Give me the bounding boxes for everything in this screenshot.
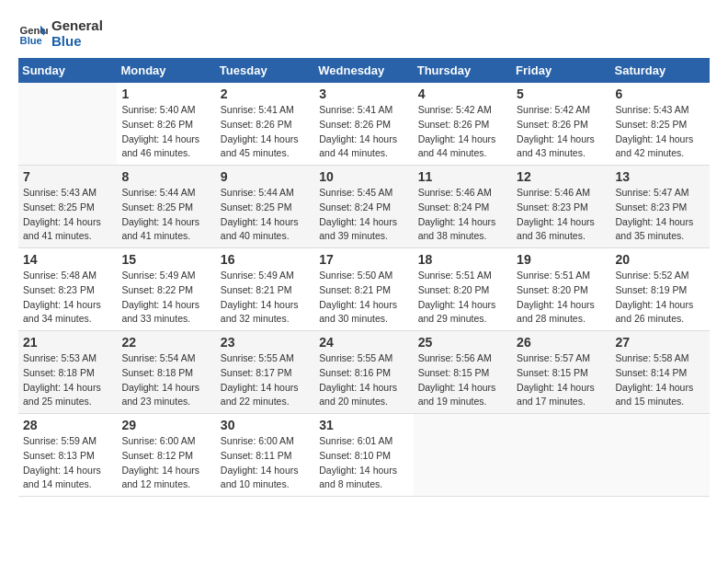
day-number: 14: [23, 252, 112, 267]
calendar-cell: 5Sunrise: 5:42 AMSunset: 8:26 PMDaylight…: [512, 83, 610, 166]
calendar-cell: 24Sunrise: 5:55 AMSunset: 8:16 PMDayligh…: [314, 331, 413, 414]
day-info: Sunrise: 5:51 AMSunset: 8:20 PMDaylight:…: [418, 269, 507, 327]
day-number: 26: [517, 335, 606, 350]
logo-text-blue: Blue: [51, 34, 103, 50]
calendar-cell: 26Sunrise: 5:57 AMSunset: 8:15 PMDayligh…: [512, 331, 610, 414]
calendar-cell: 23Sunrise: 5:55 AMSunset: 8:17 PMDayligh…: [216, 331, 314, 414]
day-number: 11: [418, 169, 507, 184]
calendar-cell: 31Sunrise: 6:01 AMSunset: 8:10 PMDayligh…: [314, 414, 413, 497]
weekday-header-wednesday: Wednesday: [314, 58, 413, 83]
day-number: 13: [616, 169, 705, 184]
calendar-cell: [512, 414, 610, 497]
day-number: 8: [121, 169, 210, 184]
calendar-cell: 28Sunrise: 5:59 AMSunset: 8:13 PMDayligh…: [18, 414, 117, 497]
calendar-cell: 30Sunrise: 6:00 AMSunset: 8:11 PMDayligh…: [216, 414, 314, 497]
calendar-cell: 29Sunrise: 6:00 AMSunset: 8:12 PMDayligh…: [117, 414, 215, 497]
weekday-header-saturday: Saturday: [611, 58, 710, 83]
week-row-1: 1Sunrise: 5:40 AMSunset: 8:26 PMDaylight…: [18, 83, 710, 166]
day-info: Sunrise: 5:42 AMSunset: 8:26 PMDaylight:…: [418, 103, 507, 161]
weekday-header-sunday: Sunday: [18, 58, 117, 83]
calendar-cell: 16Sunrise: 5:49 AMSunset: 8:21 PMDayligh…: [216, 248, 314, 331]
weekday-header-row: SundayMondayTuesdayWednesdayThursdayFrid…: [18, 58, 710, 83]
calendar-cell: 10Sunrise: 5:45 AMSunset: 8:24 PMDayligh…: [314, 166, 413, 248]
day-info: Sunrise: 5:49 AMSunset: 8:22 PMDaylight:…: [121, 269, 210, 327]
calendar-cell: [414, 414, 512, 497]
day-number: 2: [221, 86, 310, 101]
calendar-cell: 18Sunrise: 5:51 AMSunset: 8:20 PMDayligh…: [414, 248, 512, 331]
day-info: Sunrise: 5:49 AMSunset: 8:21 PMDaylight:…: [221, 269, 310, 327]
day-info: Sunrise: 5:41 AMSunset: 8:26 PMDaylight:…: [319, 103, 408, 161]
day-number: 7: [23, 169, 112, 184]
calendar-cell: 14Sunrise: 5:48 AMSunset: 8:23 PMDayligh…: [18, 248, 117, 331]
calendar-cell: 3Sunrise: 5:41 AMSunset: 8:26 PMDaylight…: [314, 83, 413, 166]
day-info: Sunrise: 5:48 AMSunset: 8:23 PMDaylight:…: [23, 269, 112, 327]
day-number: 15: [121, 252, 210, 267]
day-info: Sunrise: 5:46 AMSunset: 8:23 PMDaylight:…: [517, 186, 606, 244]
logo-text-general: General: [51, 18, 103, 34]
day-info: Sunrise: 5:59 AMSunset: 8:13 PMDaylight:…: [23, 434, 112, 492]
logo: General Blue General Blue: [18, 18, 103, 49]
calendar-cell: 22Sunrise: 5:54 AMSunset: 8:18 PMDayligh…: [117, 331, 215, 414]
calendar-cell: 21Sunrise: 5:53 AMSunset: 8:18 PMDayligh…: [18, 331, 117, 414]
day-info: Sunrise: 6:01 AMSunset: 8:10 PMDaylight:…: [319, 434, 408, 492]
day-number: 20: [616, 252, 705, 267]
day-number: 3: [319, 86, 408, 101]
day-number: 23: [221, 335, 310, 350]
day-info: Sunrise: 5:58 AMSunset: 8:14 PMDaylight:…: [616, 351, 705, 409]
day-info: Sunrise: 5:46 AMSunset: 8:24 PMDaylight:…: [418, 186, 507, 244]
day-info: Sunrise: 5:51 AMSunset: 8:20 PMDaylight:…: [517, 269, 606, 327]
day-number: 9: [221, 169, 310, 184]
day-info: Sunrise: 5:50 AMSunset: 8:21 PMDaylight:…: [319, 269, 408, 327]
calendar-cell: 9Sunrise: 5:44 AMSunset: 8:25 PMDaylight…: [216, 166, 314, 248]
day-number: 5: [517, 86, 606, 101]
svg-text:Blue: Blue: [20, 35, 42, 46]
week-row-4: 21Sunrise: 5:53 AMSunset: 8:18 PMDayligh…: [18, 331, 710, 414]
day-number: 1: [121, 86, 210, 101]
day-info: Sunrise: 5:43 AMSunset: 8:25 PMDaylight:…: [23, 186, 112, 244]
calendar-cell: [18, 83, 117, 166]
calendar-cell: 15Sunrise: 5:49 AMSunset: 8:22 PMDayligh…: [117, 248, 215, 331]
day-number: 10: [319, 169, 408, 184]
calendar-cell: 25Sunrise: 5:56 AMSunset: 8:15 PMDayligh…: [414, 331, 512, 414]
calendar-cell: 8Sunrise: 5:44 AMSunset: 8:25 PMDaylight…: [117, 166, 215, 248]
day-number: 17: [319, 252, 408, 267]
week-row-3: 14Sunrise: 5:48 AMSunset: 8:23 PMDayligh…: [18, 248, 710, 331]
day-number: 28: [23, 418, 112, 432]
day-info: Sunrise: 5:53 AMSunset: 8:18 PMDaylight:…: [23, 351, 112, 409]
day-number: 21: [23, 335, 112, 350]
day-number: 18: [418, 252, 507, 267]
calendar-cell: 20Sunrise: 5:52 AMSunset: 8:19 PMDayligh…: [611, 248, 710, 331]
calendar-cell: 11Sunrise: 5:46 AMSunset: 8:24 PMDayligh…: [414, 166, 512, 248]
day-info: Sunrise: 5:45 AMSunset: 8:24 PMDaylight:…: [319, 186, 408, 244]
day-number: 30: [221, 418, 310, 432]
calendar-cell: 2Sunrise: 5:41 AMSunset: 8:26 PMDaylight…: [216, 83, 314, 166]
day-info: Sunrise: 5:52 AMSunset: 8:19 PMDaylight:…: [616, 269, 705, 327]
day-info: Sunrise: 5:43 AMSunset: 8:25 PMDaylight:…: [616, 103, 705, 161]
day-info: Sunrise: 5:47 AMSunset: 8:23 PMDaylight:…: [616, 186, 705, 244]
day-number: 27: [616, 335, 705, 350]
day-number: 22: [121, 335, 210, 350]
calendar-cell: 27Sunrise: 5:58 AMSunset: 8:14 PMDayligh…: [611, 331, 710, 414]
weekday-header-thursday: Thursday: [414, 58, 512, 83]
day-number: 24: [319, 335, 408, 350]
day-number: 16: [221, 252, 310, 267]
logo-icon: General Blue: [18, 19, 48, 49]
weekday-header-friday: Friday: [512, 58, 610, 83]
calendar-cell: 17Sunrise: 5:50 AMSunset: 8:21 PMDayligh…: [314, 248, 413, 331]
week-row-2: 7Sunrise: 5:43 AMSunset: 8:25 PMDaylight…: [18, 166, 710, 248]
day-info: Sunrise: 5:57 AMSunset: 8:15 PMDaylight:…: [517, 351, 606, 409]
week-row-5: 28Sunrise: 5:59 AMSunset: 8:13 PMDayligh…: [18, 414, 710, 497]
day-number: 25: [418, 335, 507, 350]
calendar-cell: 1Sunrise: 5:40 AMSunset: 8:26 PMDaylight…: [117, 83, 215, 166]
day-number: 29: [121, 418, 210, 432]
calendar-table: SundayMondayTuesdayWednesdayThursdayFrid…: [18, 58, 710, 497]
day-info: Sunrise: 5:54 AMSunset: 8:18 PMDaylight:…: [121, 351, 210, 409]
calendar-cell: 4Sunrise: 5:42 AMSunset: 8:26 PMDaylight…: [414, 83, 512, 166]
calendar-cell: 6Sunrise: 5:43 AMSunset: 8:25 PMDaylight…: [611, 83, 710, 166]
day-info: Sunrise: 5:42 AMSunset: 8:26 PMDaylight:…: [517, 103, 606, 161]
day-info: Sunrise: 5:44 AMSunset: 8:25 PMDaylight:…: [121, 186, 210, 244]
day-info: Sunrise: 6:00 AMSunset: 8:12 PMDaylight:…: [121, 434, 210, 492]
day-number: 19: [517, 252, 606, 267]
calendar-cell: [611, 414, 710, 497]
page-header: General Blue General Blue: [18, 18, 710, 49]
